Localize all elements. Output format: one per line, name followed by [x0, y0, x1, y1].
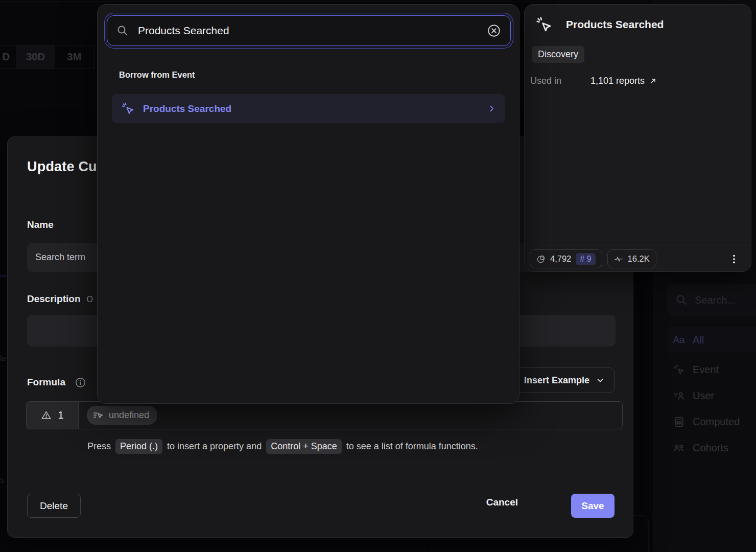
app-screen: D 30D 3M lay 5 Aa All Event User — [0, 0, 756, 552]
save-button[interactable]: Save — [571, 494, 615, 518]
text-aa-icon: Aa — [672, 334, 686, 346]
sidebar-item-label: Cohorts — [693, 442, 728, 454]
info-icon[interactable] — [75, 377, 86, 388]
property-chip[interactable]: undefined — [87, 406, 157, 425]
external-link-icon — [649, 77, 657, 85]
clear-search-icon[interactable] — [487, 24, 501, 38]
kbd-period: Period (.) — [115, 439, 162, 454]
sidebar-item-label: All — [693, 334, 704, 346]
sidebar-item-computed[interactable]: Computed — [667, 409, 756, 434]
time-range-30d[interactable]: 30D — [16, 45, 55, 68]
sidebar-item-user[interactable]: User — [667, 383, 756, 408]
search-icon — [116, 25, 129, 37]
chevron-right-icon — [487, 104, 496, 113]
cohorts-icon — [672, 442, 686, 454]
sidebar-item-cohorts[interactable]: Cohorts — [667, 435, 756, 461]
property-chip-label: undefined — [109, 410, 149, 421]
event-cursor-icon — [535, 16, 553, 33]
modal-title: Update Cu — [27, 159, 97, 175]
time-range-selector: D 30D 3M — [0, 45, 94, 69]
result-label: Products Searched — [143, 103, 479, 114]
borrow-from-event-heading: Borrow from Event — [119, 70, 195, 80]
name-label: Name — [27, 219, 54, 231]
time-range-3m[interactable]: 3M — [55, 45, 94, 68]
property-search-dropdown: Borrow from Event Products Searched — [97, 4, 519, 404]
event-stats-row: 4,792 # 9 16.2K — [530, 249, 747, 268]
activity-pulse-icon — [614, 255, 623, 264]
category-badge: Discovery — [532, 46, 584, 63]
event-cursor-icon — [121, 102, 135, 116]
divider — [525, 245, 751, 245]
optional-label-fragment: O — [87, 295, 93, 304]
sidebar-item-label: User — [693, 390, 714, 402]
borrowed-property-icon — [93, 410, 104, 421]
error-count: 1 — [58, 409, 63, 421]
calculator-icon — [672, 416, 686, 428]
pie-chart-icon — [536, 255, 546, 264]
user-icon — [672, 390, 686, 402]
formula-field: 1 undefined — [26, 401, 623, 429]
used-in-reports-link[interactable]: 1,101 reports — [590, 76, 657, 86]
formula-error-indicator[interactable]: 1 — [26, 401, 78, 429]
chevron-down-icon — [596, 376, 605, 385]
cancel-button[interactable]: Cancel — [486, 497, 518, 508]
event-card-header: Products Searched — [535, 16, 664, 33]
volume-value: 16.2K — [628, 254, 650, 264]
search-icon — [675, 294, 688, 306]
dropdown-search-field — [107, 15, 511, 46]
sidebar-item-label: Event — [693, 364, 719, 376]
insert-example-button[interactable]: Insert Example — [513, 367, 615, 393]
event-cursor-icon — [672, 364, 686, 376]
axis-number-fragment: 5 — [0, 476, 4, 485]
insert-example-label: Insert Example — [524, 375, 589, 386]
event-title: Products Searched — [566, 18, 664, 31]
used-in-row: Used in 1,101 reports — [530, 76, 657, 86]
sidebar-search[interactable] — [667, 284, 756, 316]
divider — [0, 1, 756, 2]
formula-input[interactable]: undefined — [78, 401, 623, 429]
sidebar-item-all[interactable]: Aa All — [667, 327, 756, 353]
chart-line-fragment — [0, 275, 7, 277]
volume-stat-pill[interactable]: 16.2K — [607, 249, 656, 268]
total-count: 4,792 — [550, 254, 571, 264]
search-result-products-searched[interactable]: Products Searched — [112, 94, 505, 123]
rank-badge: # 9 — [576, 253, 595, 265]
sidebar-item-label: Computed — [693, 416, 740, 428]
used-in-label: Used in — [530, 76, 590, 86]
description-label: DescriptionO — [27, 293, 93, 305]
sidebar-item-event[interactable]: Event — [667, 357, 756, 382]
formula-hint: Press Period (.) to insert a property an… — [87, 439, 478, 454]
warning-icon — [41, 410, 52, 421]
count-stat-pill[interactable]: 4,792 # 9 — [530, 249, 602, 268]
more-options-button[interactable] — [728, 252, 740, 266]
time-range-7d[interactable]: D — [0, 45, 16, 68]
formula-label: Formula — [27, 377, 65, 388]
delete-button[interactable]: Delete — [27, 494, 81, 518]
kbd-control-space: Control + Space — [266, 439, 342, 454]
sidebar-search-input[interactable] — [695, 294, 746, 306]
dropdown-search-input[interactable] — [138, 25, 478, 37]
event-detail-card: Products Searched Discovery Used in 1,10… — [524, 4, 751, 272]
